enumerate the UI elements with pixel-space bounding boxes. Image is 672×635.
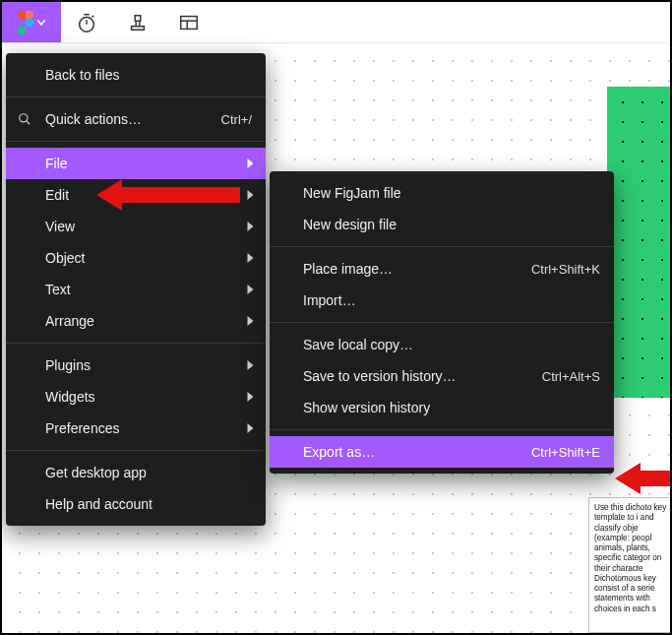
canvas-note-card[interactable]: Use this dichoto key template to i and c… (588, 497, 672, 633)
menu-item-label: New FigJam file (303, 185, 401, 201)
timer-icon (76, 12, 97, 33)
main-menu-button[interactable] (2, 2, 61, 42)
svg-rect-6 (26, 11, 30, 19)
menu-item-label: Text (45, 282, 71, 297)
stamp-icon (127, 12, 149, 33)
chevron-right-icon (247, 423, 254, 433)
svg-point-11 (20, 114, 28, 122)
submenu-item-new-design[interactable]: New design file (270, 209, 614, 240)
menu-separator (6, 450, 266, 451)
svg-point-3 (26, 19, 33, 27)
submenu-item-save-local[interactable]: Save local copy… (270, 329, 614, 360)
chevron-right-icon (247, 159, 254, 168)
svg-rect-10 (181, 16, 198, 29)
chevron-right-icon (247, 285, 254, 294)
menu-shortcut: Ctrl+Alt+S (542, 369, 600, 384)
svg-rect-7 (22, 19, 26, 27)
submenu-item-save-version[interactable]: Save to version history… Ctrl+Alt+S (270, 360, 614, 392)
menu-item-edit[interactable]: Edit (6, 179, 266, 211)
menu-item-file[interactable]: File (6, 148, 266, 179)
menu-item-label: Import… (303, 292, 356, 308)
chevron-right-icon (247, 253, 254, 263)
submenu-item-place-image[interactable]: Place image… Ctrl+Shift+K (270, 253, 614, 285)
menu-separator (270, 429, 614, 430)
figma-logo-icon (18, 11, 33, 34)
chevron-right-icon (247, 392, 254, 402)
menu-item-label: Arrange (45, 313, 94, 329)
file-submenu: New FigJam file New design file Place im… (270, 171, 614, 474)
chevron-right-icon (247, 316, 254, 326)
menu-item-label: Show version history (303, 400, 430, 415)
menu-item-help[interactable]: Help and account (6, 488, 266, 520)
menu-item-label: Plugins (45, 357, 91, 373)
menu-item-label: Save local copy… (303, 337, 413, 352)
menu-item-object[interactable]: Object (6, 242, 266, 274)
menu-shortcut: Ctrl+/ (221, 112, 252, 127)
menu-item-label: Export as… (303, 444, 375, 460)
menu-item-view[interactable]: View (6, 211, 266, 242)
menu-item-label: Place image… (303, 261, 393, 277)
submenu-item-export[interactable]: Export as… Ctrl+Shift+E (270, 436, 614, 468)
toolbar (2, 2, 670, 43)
menu-separator (270, 246, 614, 247)
menu-separator (6, 96, 266, 97)
menu-item-label: File (45, 156, 68, 171)
menu-item-label: Widgets (45, 389, 95, 405)
menu-item-arrange[interactable]: Arrange (6, 305, 266, 337)
menu-item-label: View (45, 219, 75, 234)
submenu-item-show-history[interactable]: Show version history (270, 392, 614, 423)
menu-item-label: New design file (303, 217, 397, 232)
menu-separator (6, 343, 266, 344)
menu-item-preferences[interactable]: Preferences (6, 413, 266, 444)
note-text: Use this dichoto key template to i and c… (594, 503, 666, 613)
menu-item-label: Quick actions… (45, 111, 142, 127)
search-icon (18, 112, 31, 126)
chevron-right-icon (247, 190, 254, 200)
submenu-item-new-figjam[interactable]: New FigJam file (270, 177, 614, 209)
menu-separator (6, 141, 266, 142)
table-icon (178, 12, 200, 33)
menu-item-desktop[interactable]: Get desktop app (6, 457, 266, 488)
menu-item-text[interactable]: Text (6, 274, 266, 305)
menu-item-plugins[interactable]: Plugins (6, 349, 266, 381)
canvas-green-block[interactable] (607, 87, 672, 398)
timer-tool-button[interactable] (61, 2, 112, 42)
table-tool-button[interactable] (163, 2, 214, 42)
menu-item-label: Help and account (45, 496, 153, 512)
menu-shortcut: Ctrl+Shift+K (531, 262, 600, 277)
menu-shortcut: Ctrl+Shift+E (531, 445, 600, 460)
menu-item-back[interactable]: Back to files (6, 59, 266, 91)
menu-item-label: Edit (45, 187, 69, 203)
menu-item-label: Preferences (45, 420, 119, 436)
menu-item-quick-actions[interactable]: Quick actions… Ctrl+/ (6, 103, 266, 135)
svg-rect-5 (22, 11, 26, 19)
submenu-item-import[interactable]: Import… (270, 285, 614, 316)
chevron-right-icon (247, 222, 254, 231)
svg-rect-8 (22, 27, 26, 31)
main-menu: Back to files Quick actions… Ctrl+/ File… (6, 53, 266, 526)
menu-item-label: Object (45, 250, 85, 266)
menu-separator (270, 322, 614, 323)
chevron-right-icon (247, 360, 254, 370)
stamp-tool-button[interactable] (112, 2, 163, 42)
chevron-down-icon (37, 20, 45, 26)
menu-item-label: Save to version history… (303, 368, 457, 384)
menu-item-label: Back to files (45, 67, 119, 83)
menu-item-widgets[interactable]: Widgets (6, 381, 266, 413)
menu-item-label: Get desktop app (45, 465, 147, 480)
